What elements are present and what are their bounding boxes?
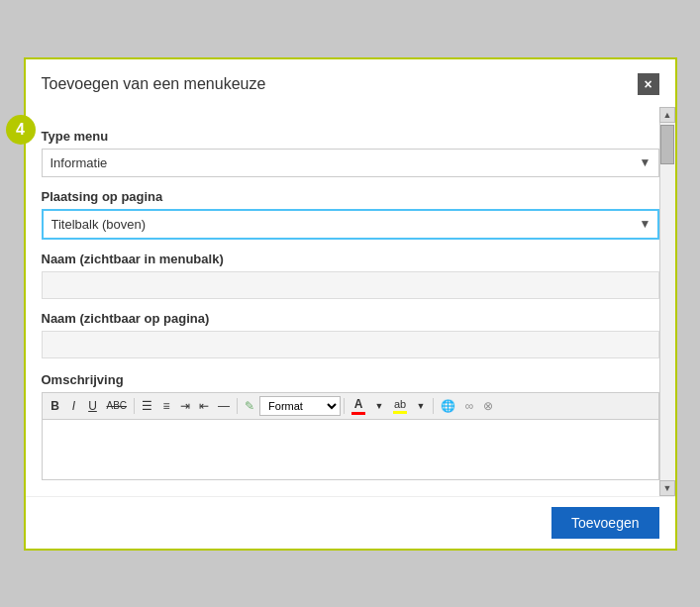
scroll-thumb[interactable] [660,125,674,164]
type-menu-select[interactable]: Informatie Extern Intern [42,149,659,177]
toolbar-separator-2 [237,398,238,414]
naam-menubalk-label: Naam (zichtbaar in menubalk) [42,252,659,266]
highlight-color-icon: ab [393,398,407,414]
naam-pagina-input[interactable] [42,331,659,358]
format-select[interactable]: Format Heading 1 Heading 2 Paragraph [259,396,341,416]
font-color-bar [351,412,365,415]
omschrijving-label: Omschrijving [42,372,659,387]
image-button[interactable]: 🌐 [437,396,459,416]
ordered-list-button[interactable]: ≡ [157,396,175,416]
naam-menubalk-input[interactable] [42,271,659,299]
dialog-footer: Toevoegen [26,496,675,549]
editor-container: B I U ABC ☰ ≡ ⇥ ⇤ — ✎ [42,392,659,480]
edit-icon-button[interactable]: ✎ [241,396,258,416]
toolbar-separator-4 [433,398,434,414]
plaatsing-label: Plaatsing op pagina [42,189,659,204]
font-color-button[interactable]: A [348,396,369,416]
submit-button[interactable]: Toevoegen [551,507,659,539]
dialog-outer: 4 Toevoegen van een menukeuze × Type men… [24,57,677,551]
scroll-up-button[interactable]: ▲ [659,107,675,123]
indent-button[interactable]: ⇥ [176,396,194,416]
link-button[interactable]: ∞ [460,396,478,416]
italic-button[interactable]: I [65,396,83,416]
dialog-body: Type menu Informatie Extern Intern ▼ Pla… [26,107,675,496]
font-color-dropdown-button[interactable]: ▼ [370,396,388,416]
highlight-color-bar [393,411,407,414]
dialog-title: Toevoegen van een menukeuze [42,75,266,93]
scrollbar: ▲ ▼ [659,107,675,496]
editor-toolbar: B I U ABC ☰ ≡ ⇥ ⇤ — ✎ [43,393,658,420]
toolbar-separator-1 [134,398,135,414]
bold-button[interactable]: B [47,396,64,416]
underline-button[interactable]: U [84,396,102,416]
dialog-header: Toevoegen van een menukeuze × [26,59,675,107]
font-color-icon: A [351,397,365,415]
highlight-color-button[interactable]: ab [389,396,411,416]
type-menu-label: Type menu [42,129,659,144]
unlink-button[interactable]: ⊗ [479,396,497,416]
scroll-down-button[interactable]: ▼ [659,480,675,496]
editor-content[interactable] [43,420,658,479]
toolbar-separator-3 [344,398,345,414]
close-button[interactable]: × [638,73,659,95]
unordered-list-button[interactable]: ☰ [138,396,156,416]
dialog-container: Toevoegen van een menukeuze × Type menu … [24,57,677,551]
strikethrough-button[interactable]: ABC [103,396,132,416]
naam-pagina-label: Naam (zichtbaar op pagina) [42,311,659,326]
outdent-button[interactable]: ⇤ [195,396,213,416]
plaatsing-select-wrapper: Titelbalk (boven) Zijbalk Footer ▼ [42,209,659,240]
highlight-color-dropdown-button[interactable]: ▼ [412,396,430,416]
type-menu-select-wrapper: Informatie Extern Intern ▼ [42,149,659,177]
plaatsing-select[interactable]: Titelbalk (boven) Zijbalk Footer [42,209,659,240]
step-badge: 4 [6,115,36,145]
hr-button[interactable]: — [214,396,234,416]
